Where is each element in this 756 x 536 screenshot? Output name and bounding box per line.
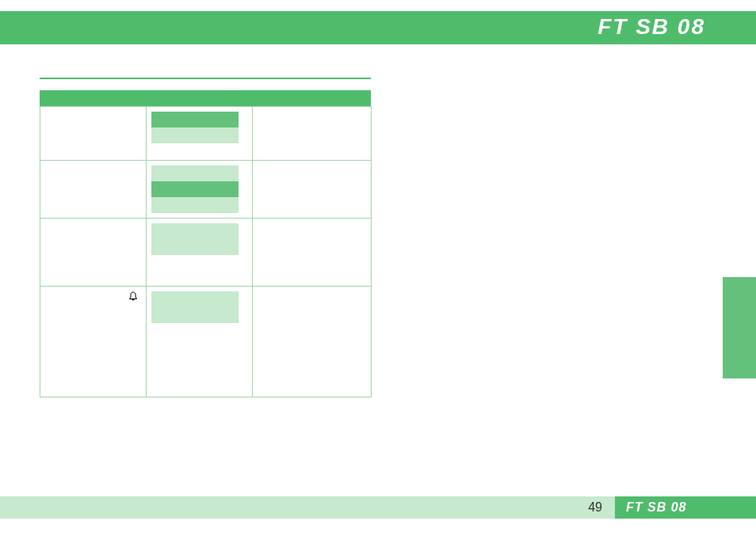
page-number: 49 <box>588 500 602 515</box>
chip-light <box>151 165 239 181</box>
footer-label-area: FT SB 08 <box>615 496 756 519</box>
side-tab <box>723 277 756 378</box>
bell-icon <box>128 291 138 304</box>
footer-bar: 49 FT SB 08 <box>0 496 756 519</box>
chip-light <box>151 239 239 255</box>
cell-chips <box>147 107 253 161</box>
cell-label <box>40 107 147 161</box>
chip-light <box>151 223 239 239</box>
cell-label <box>40 287 147 397</box>
table-row <box>40 107 372 161</box>
main-table <box>40 90 371 397</box>
cell-value <box>253 107 372 161</box>
cell-chips <box>147 161 253 219</box>
section-divider <box>40 78 371 79</box>
cell-label <box>40 161 147 219</box>
cell-value <box>253 219 372 287</box>
table-grid <box>40 106 372 397</box>
chip-dark <box>151 181 239 197</box>
table-row <box>40 219 372 287</box>
chip-light <box>151 127 239 143</box>
cell-value <box>253 161 372 219</box>
table-row <box>40 161 372 219</box>
chip-light <box>151 291 239 307</box>
chip-light <box>151 307 239 323</box>
chip-dark <box>151 112 239 127</box>
table-row <box>40 287 372 397</box>
footer-page-area: 49 <box>0 496 615 519</box>
footer-label: FT SB 08 <box>626 500 686 515</box>
cell-label <box>40 219 147 287</box>
chip-light <box>151 197 239 213</box>
cell-chips <box>147 287 253 397</box>
header-title: FT SB 08 <box>598 14 705 40</box>
cell-value <box>253 287 372 397</box>
table-header-strip <box>40 90 371 106</box>
cell-chips <box>147 219 253 287</box>
